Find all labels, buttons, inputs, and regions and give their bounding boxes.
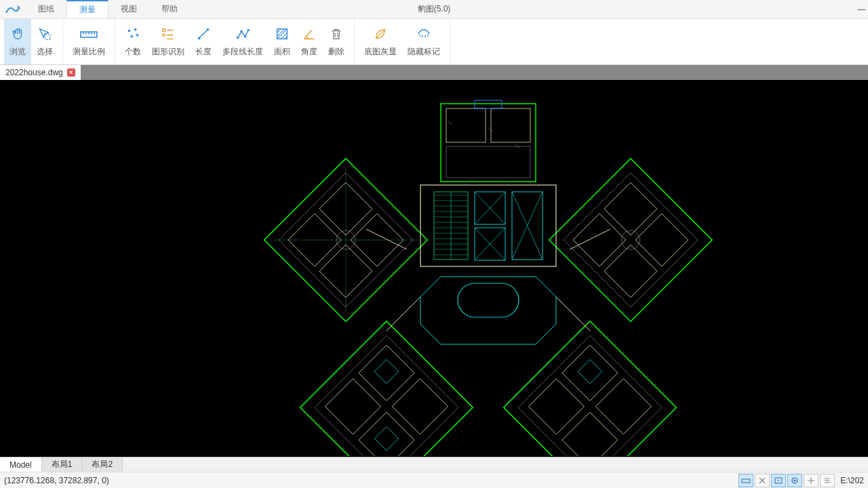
hide-mark-button[interactable]: 隐藏标记 bbox=[402, 19, 446, 64]
status-toggle-6[interactable] bbox=[820, 474, 835, 487]
hidemark-label: 隐藏标记 bbox=[408, 46, 440, 58]
svg-point-60 bbox=[794, 479, 796, 481]
layout-tab-1[interactable]: 布局1 bbox=[42, 458, 83, 472]
area-button[interactable]: 面积 bbox=[269, 19, 296, 64]
select-button[interactable]: 选择 bbox=[31, 19, 58, 64]
leaf-icon bbox=[373, 26, 388, 42]
angle-button[interactable]: 角度 bbox=[296, 19, 323, 64]
svg-point-3 bbox=[128, 30, 131, 33]
layout-tab-2[interactable]: 布局2 bbox=[82, 458, 123, 472]
svg-rect-7 bbox=[163, 29, 165, 32]
layout-tab-model[interactable]: Model bbox=[0, 458, 42, 472]
svg-rect-41 bbox=[595, 379, 651, 434]
status-toggle-2[interactable] bbox=[755, 474, 770, 487]
document-filename: 2022house.dwg bbox=[5, 68, 63, 77]
eye-off-icon bbox=[416, 26, 431, 42]
trash-icon bbox=[329, 26, 344, 42]
svg-rect-1 bbox=[45, 35, 50, 39]
svg-rect-28 bbox=[604, 245, 657, 298]
svg-rect-33 bbox=[392, 379, 448, 434]
status-toggle-4[interactable] bbox=[787, 474, 802, 487]
browse-label: 浏览 bbox=[9, 46, 26, 58]
area-label: 面积 bbox=[274, 46, 290, 58]
svg-rect-25 bbox=[604, 182, 657, 235]
svg-rect-37 bbox=[374, 426, 398, 450]
svg-rect-30 bbox=[300, 321, 473, 456]
svg-rect-48 bbox=[446, 146, 530, 178]
menu-help[interactable]: 帮助 bbox=[149, 0, 190, 18]
svg-rect-36 bbox=[374, 359, 398, 383]
browse-button[interactable]: 浏览 bbox=[4, 19, 31, 64]
scale-button[interactable]: 测量比例 bbox=[67, 19, 111, 64]
svg-rect-46 bbox=[446, 108, 486, 142]
angle-icon bbox=[302, 26, 317, 42]
status-toggle-3[interactable] bbox=[771, 474, 786, 487]
select-label: 选择 bbox=[37, 46, 53, 58]
delete-button[interactable]: 删除 bbox=[323, 19, 350, 64]
shape-recognize-button[interactable]: 图形识别 bbox=[146, 19, 190, 64]
svg-point-5 bbox=[130, 35, 133, 38]
svg-point-58 bbox=[778, 480, 779, 481]
document-tab[interactable]: 2022house.dwg ✕ bbox=[0, 65, 81, 80]
baselayer-gray-button[interactable]: 底图灰显 bbox=[359, 19, 402, 64]
status-toggle-5[interactable] bbox=[804, 474, 818, 487]
svg-rect-27 bbox=[573, 214, 626, 266]
svg-rect-43 bbox=[562, 412, 618, 456]
dots-icon bbox=[125, 26, 140, 42]
svg-rect-31 bbox=[315, 336, 458, 456]
svg-rect-38 bbox=[504, 321, 677, 456]
grid-icon bbox=[741, 476, 751, 485]
snap-grid-icon bbox=[774, 476, 783, 485]
filepath-readout: E:\202 bbox=[840, 476, 864, 485]
statusbar: (123776.1268, 37282.897, 0) E:\202 bbox=[0, 472, 868, 488]
svg-rect-50 bbox=[420, 185, 556, 266]
svg-point-8 bbox=[163, 34, 165, 37]
line-icon bbox=[196, 26, 211, 42]
status-toggle-1[interactable] bbox=[738, 474, 753, 487]
menu-drawing[interactable]: 图纸 bbox=[26, 0, 66, 18]
target-icon bbox=[791, 476, 799, 485]
svg-rect-42 bbox=[528, 379, 584, 434]
polyline-length-label: 多段线长度 bbox=[222, 46, 263, 58]
app-title: 豹图(5.0) bbox=[418, 3, 451, 15]
delete-label: 删除 bbox=[328, 46, 344, 58]
count-button[interactable]: 个数 bbox=[119, 19, 146, 64]
hatch-icon bbox=[275, 26, 290, 42]
list-shapes-icon bbox=[161, 26, 176, 42]
polyline-length-button[interactable]: 多段线长度 bbox=[217, 19, 269, 64]
svg-rect-49 bbox=[475, 100, 502, 108]
svg-point-0 bbox=[18, 5, 20, 7]
cross-icon bbox=[758, 476, 766, 485]
hand-icon bbox=[10, 26, 25, 42]
titlebar: 图纸 测量 视图 帮助 豹图(5.0) ─ bbox=[0, 0, 868, 19]
length-button[interactable]: 长度 bbox=[190, 19, 217, 64]
svg-rect-56 bbox=[742, 479, 750, 483]
close-icon[interactable]: ✕ bbox=[67, 68, 75, 77]
svg-rect-47 bbox=[491, 108, 530, 142]
svg-rect-26 bbox=[635, 214, 688, 266]
svg-rect-35 bbox=[359, 412, 414, 456]
svg-point-4 bbox=[134, 28, 137, 31]
menu-measure[interactable]: 测量 bbox=[66, 0, 108, 18]
coordinate-readout: (123776.1268, 37282.897, 0) bbox=[4, 476, 109, 485]
window-controls: ─ bbox=[858, 0, 865, 18]
minimize-icon[interactable]: ─ bbox=[858, 3, 865, 16]
angle-label: 角度 bbox=[301, 46, 317, 58]
count-label: 个数 bbox=[125, 46, 141, 58]
menu-view[interactable]: 视图 bbox=[108, 0, 149, 18]
svg-rect-44 bbox=[578, 359, 601, 383]
svg-rect-39 bbox=[518, 336, 662, 456]
ruler-icon bbox=[79, 26, 98, 42]
scale-label: 测量比例 bbox=[73, 46, 105, 58]
shape-recognize-label: 图形识别 bbox=[152, 46, 184, 58]
svg-rect-23 bbox=[549, 159, 712, 321]
svg-rect-45 bbox=[441, 104, 536, 182]
baselayer-label: 底图灰显 bbox=[364, 46, 397, 58]
svg-rect-40 bbox=[562, 345, 618, 401]
cursor-select-icon bbox=[37, 26, 52, 42]
cad-canvas[interactable] bbox=[0, 80, 868, 457]
length-label: 长度 bbox=[195, 46, 212, 58]
polyline-icon bbox=[235, 26, 250, 42]
layout-tabbar: Model 布局1 布局2 bbox=[0, 457, 868, 472]
svg-rect-55 bbox=[458, 283, 519, 317]
